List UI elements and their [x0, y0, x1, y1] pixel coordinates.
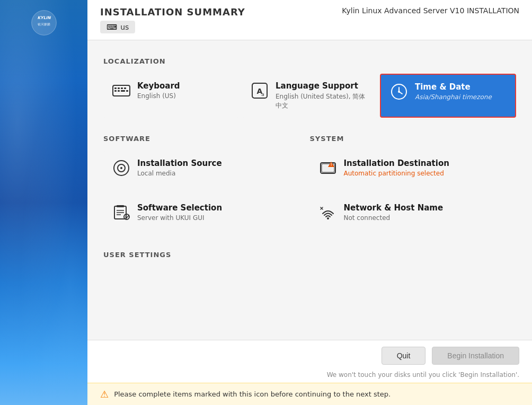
kylin-logo-icon: KYLIN 银河麒麟 [31, 10, 57, 36]
keyboard-small-icon: ⌨ [107, 23, 117, 31]
language-item-title: Language Support [276, 81, 369, 91]
software-selection-title: Software Selection [137, 203, 222, 213]
svg-rect-10 [121, 90, 125, 92]
installation-destination-text: Installation Destination Automatic parti… [344, 159, 449, 177]
warning-icon: ⚠ [100, 389, 109, 400]
source-icon [112, 159, 131, 178]
footer-note: We won't touch your disks until you clic… [87, 371, 532, 383]
keyboard-item[interactable]: Keyboard English (US) [103, 74, 240, 118]
keyboard-lang: us [120, 23, 129, 31]
svg-text:a: a [261, 92, 264, 97]
page-title: INSTALLATION SUMMARY [100, 6, 245, 17]
keyboard-item-text: Keyboard English (US) [137, 81, 180, 100]
svg-point-34 [327, 217, 329, 219]
svg-point-18 [398, 91, 400, 93]
installation-source-item[interactable]: Installation Source Local media [103, 151, 310, 193]
svg-point-21 [120, 167, 122, 169]
software-icon [112, 203, 131, 222]
installation-destination-subtitle: Automatic partitioning selected [344, 170, 449, 177]
svg-text:KYLIN: KYLIN [37, 15, 51, 20]
time-date-item-text: Time & Date Asia/Shanghai timezone [415, 82, 492, 101]
network-icon [318, 203, 338, 222]
software-section-header: SOFTWARE [103, 135, 310, 143]
installation-destination-title: Installation Destination [344, 159, 449, 168]
network-item[interactable]: Network & Host Name Not connected [310, 196, 517, 238]
svg-rect-9 [118, 90, 120, 92]
user-settings-section-header: USER SETTINGS [103, 251, 516, 259]
footer: Quit Begin Installation We won't touch y… [87, 340, 532, 383]
language-icon: A a [250, 81, 269, 100]
svg-text:!: ! [330, 163, 332, 167]
software-selection-item[interactable]: Software Selection Server with UKUI GUI [103, 196, 310, 238]
clock-icon [389, 82, 409, 101]
svg-rect-11 [126, 90, 128, 92]
svg-rect-8 [114, 90, 117, 92]
localization-section-header: LOCALIZATION [103, 57, 516, 65]
language-item-text: Language Support English (United States)… [276, 81, 369, 110]
system-section-header: SYSTEM [310, 135, 517, 143]
svg-rect-5 [118, 87, 120, 89]
network-subtitle: Not connected [344, 214, 444, 222]
keyboard-icon [112, 81, 131, 100]
language-item[interactable]: A a Language Support English (United Sta… [242, 74, 378, 118]
svg-rect-6 [121, 87, 123, 89]
sidebar: KYLIN 银河麒麟 [0, 0, 87, 405]
keyboard-item-subtitle: English (US) [137, 92, 180, 100]
installation-source-text: Installation Source Local media [137, 159, 222, 177]
language-item-subtitle: English (United States), 简体中文 [276, 92, 369, 110]
software-selection-text: Software Selection Server with UKUI GUI [137, 203, 222, 222]
network-text: Network & Host Name Not connected [344, 203, 444, 222]
disk-icon: ! [318, 159, 338, 178]
time-date-item-title: Time & Date [415, 82, 492, 92]
keyboard-item-title: Keyboard [137, 81, 180, 91]
time-date-item-subtitle: Asia/Shanghai timezone [415, 93, 492, 101]
warning-bar: ⚠ Please complete items marked with this… [87, 383, 532, 405]
header: INSTALLATION SUMMARY Kylin Linux Advance… [87, 0, 532, 40]
svg-line-29 [127, 215, 129, 218]
begin-installation-button[interactable]: Begin Installation [432, 347, 519, 365]
installation-source-subtitle: Local media [137, 170, 222, 177]
warning-message: Please complete items marked with this i… [114, 390, 391, 398]
localization-grid: Keyboard English (US) A a Language [103, 74, 516, 118]
keyboard-indicator[interactable]: ⌨ us [100, 21, 135, 33]
software-section: SOFTWARE In [103, 130, 310, 238]
footer-buttons: Quit Begin Installation [87, 340, 532, 371]
quit-button[interactable]: Quit [382, 347, 426, 365]
network-title: Network & Host Name [344, 203, 444, 213]
svg-rect-4 [114, 87, 117, 89]
installation-source-title: Installation Source [137, 159, 222, 168]
product-title: Kylin Linux Advanced Server V10 INSTALLA… [342, 6, 519, 15]
time-date-item[interactable]: Time & Date Asia/Shanghai timezone [380, 74, 516, 118]
svg-text:银河麒麟: 银河麒麟 [37, 22, 50, 26]
software-selection-subtitle: Server with UKUI GUI [137, 214, 222, 222]
svg-rect-23 [117, 205, 124, 207]
installation-destination-item[interactable]: ! Installation Destination Automatic par… [310, 151, 517, 193]
svg-rect-7 [124, 87, 126, 89]
main-scroll: LOCALIZATION [87, 40, 532, 340]
content-area: INSTALLATION SUMMARY Kylin Linux Advance… [87, 0, 532, 405]
system-section: SYSTEM ! [310, 130, 517, 238]
logo-area: KYLIN 银河麒麟 [31, 10, 57, 38]
